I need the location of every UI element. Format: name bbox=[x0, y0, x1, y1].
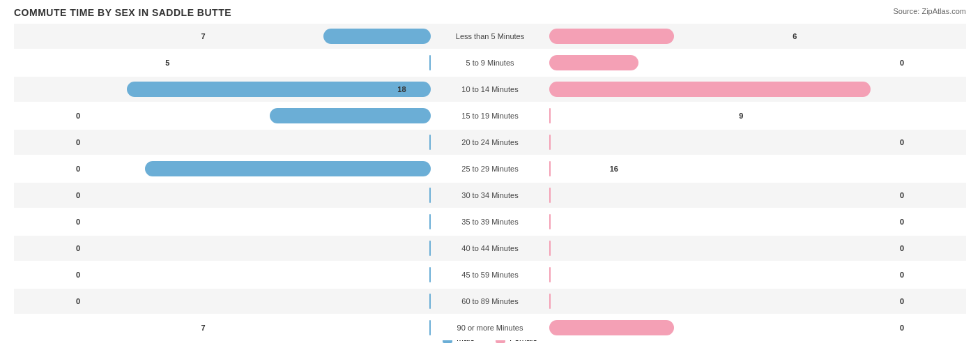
female-value: 0 bbox=[76, 112, 80, 120]
chart-row: 67Less than 5 Minutes bbox=[14, 24, 966, 49]
chart-title: COMMUTE TIME BY SEX IN SADDLE BUTTE bbox=[14, 7, 966, 18]
chart-row: 055 to 9 Minutes bbox=[14, 50, 966, 75]
female-value: 0 bbox=[76, 218, 80, 226]
male-bar-container bbox=[429, 214, 490, 229]
chart-area: 67Less than 5 Minutes055 to 9 Minutes171… bbox=[14, 24, 966, 317]
female-bar-container bbox=[490, 294, 551, 309]
female-bar-container bbox=[490, 267, 551, 282]
chart-row: 171810 to 14 Minutes bbox=[14, 77, 966, 102]
male-bar bbox=[127, 82, 431, 97]
male-bar-container bbox=[429, 320, 490, 335]
female-bar bbox=[549, 135, 551, 150]
chart-row: 0020 to 24 Minutes bbox=[14, 130, 966, 155]
female-value: 0 bbox=[76, 244, 80, 252]
female-bar bbox=[549, 267, 551, 282]
male-bar bbox=[429, 188, 431, 203]
male-bar-container bbox=[429, 241, 490, 256]
female-value: 18 bbox=[397, 85, 406, 93]
male-bar bbox=[429, 55, 431, 70]
male-bar bbox=[270, 108, 431, 123]
female-bar-container bbox=[490, 108, 551, 123]
male-bar-container bbox=[127, 82, 490, 97]
male-value: 0 bbox=[900, 297, 904, 305]
female-value: 0 bbox=[76, 138, 80, 146]
male-bar-container bbox=[429, 294, 490, 309]
female-value: 5 bbox=[165, 59, 169, 67]
male-bar-container bbox=[270, 108, 490, 123]
female-bar-container bbox=[490, 214, 551, 229]
female-value: 0 bbox=[76, 191, 80, 199]
male-value: 0 bbox=[900, 138, 904, 146]
male-bar bbox=[323, 29, 431, 44]
female-bar-container bbox=[490, 188, 551, 203]
female-bar-container bbox=[490, 135, 551, 150]
male-value: 16 bbox=[610, 165, 618, 173]
male-value: 6 bbox=[793, 32, 797, 40]
male-bar bbox=[145, 161, 431, 176]
female-bar-container bbox=[490, 241, 551, 256]
chart-row: 0035 to 39 Minutes bbox=[14, 209, 966, 234]
female-value: 7 bbox=[201, 32, 205, 40]
chart-container: COMMUTE TIME BY SEX IN SADDLE BUTTE Sour… bbox=[0, 0, 980, 364]
source-text: Source: ZipAtlas.com bbox=[893, 7, 966, 15]
female-bar-container bbox=[490, 161, 551, 176]
male-value: 9 bbox=[739, 112, 743, 120]
male-bar bbox=[429, 135, 431, 150]
male-value: 0 bbox=[900, 271, 904, 279]
male-bar bbox=[429, 214, 431, 229]
female-bar bbox=[549, 241, 551, 256]
male-bar-container bbox=[323, 29, 490, 44]
female-bar bbox=[549, 188, 551, 203]
female-value: 0 bbox=[76, 165, 80, 173]
female-bar bbox=[549, 108, 551, 123]
female-bar bbox=[549, 214, 551, 229]
male-bar bbox=[429, 320, 431, 335]
female-value: 0 bbox=[76, 297, 80, 305]
male-bar bbox=[429, 294, 431, 309]
chart-row: 0040 to 44 Minutes bbox=[14, 236, 966, 261]
male-bar bbox=[429, 241, 431, 256]
male-value: 0 bbox=[900, 59, 904, 67]
female-bar-container bbox=[490, 29, 674, 44]
female-bar-container bbox=[490, 55, 638, 70]
female-bar bbox=[549, 82, 871, 97]
male-bar bbox=[429, 267, 431, 282]
female-bar-container bbox=[490, 82, 871, 97]
female-value: 7 bbox=[201, 324, 205, 332]
chart-row: 0790 or more Minutes bbox=[14, 315, 966, 340]
male-bar-container bbox=[429, 188, 490, 203]
male-value: 0 bbox=[900, 324, 904, 332]
female-bar bbox=[549, 29, 674, 44]
male-bar-container bbox=[429, 267, 490, 282]
chart-row: 0045 to 59 Minutes bbox=[14, 262, 966, 287]
male-bar-container bbox=[429, 55, 490, 70]
female-bar bbox=[549, 294, 551, 309]
female-value: 0 bbox=[76, 271, 80, 279]
female-bar bbox=[549, 55, 638, 70]
male-value: 0 bbox=[900, 244, 904, 252]
male-bar-container bbox=[145, 161, 490, 176]
chart-row: 16025 to 29 Minutes bbox=[14, 156, 966, 181]
chart-row: 0030 to 34 Minutes bbox=[14, 183, 966, 208]
female-bar bbox=[549, 161, 551, 176]
male-value: 0 bbox=[900, 218, 904, 226]
female-bar bbox=[549, 320, 674, 335]
male-value: 0 bbox=[900, 191, 904, 199]
chart-row: 9015 to 19 Minutes bbox=[14, 103, 966, 128]
female-bar-container bbox=[490, 320, 674, 335]
male-bar-container bbox=[429, 135, 490, 150]
chart-row: 0060 to 89 Minutes bbox=[14, 289, 966, 314]
